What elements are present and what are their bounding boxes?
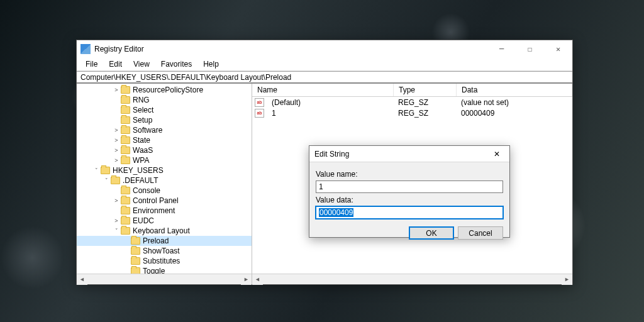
expand-placeholder: [113, 96, 120, 104]
tree-node-label: RNG: [133, 96, 150, 104]
menu-help[interactable]: Help: [198, 58, 224, 70]
cell-type: REG_SZ: [393, 109, 456, 118]
tree-node-substitutes[interactable]: Substitutes: [77, 256, 252, 266]
menu-view[interactable]: View: [128, 58, 155, 70]
chevron-right-icon[interactable]: >: [113, 86, 120, 94]
ok-button[interactable]: OK: [409, 226, 454, 240]
cancel-button[interactable]: Cancel: [458, 226, 503, 240]
tree-node-console[interactable]: Console: [77, 186, 252, 196]
list-header: Name Type Data: [252, 84, 572, 97]
list-hscrollbar[interactable]: ◄ ►: [252, 274, 572, 284]
tree-node-waas[interactable]: >WaaS: [77, 145, 252, 155]
expand-placeholder: [113, 116, 120, 124]
folder-icon: [121, 106, 130, 114]
tree-node-label: WaaS: [133, 146, 153, 155]
tree-node-control-panel[interactable]: >Control Panel: [77, 196, 252, 206]
cell-type: REG_SZ: [393, 98, 456, 107]
chevron-right-icon[interactable]: >: [113, 217, 120, 225]
scroll-left-icon[interactable]: ◄: [252, 274, 263, 285]
tree-node-hkey-users[interactable]: ˅HKEY_USERS: [77, 165, 252, 175]
cell-data: 00000409: [456, 109, 572, 118]
tree-node-wpa[interactable]: >WPA: [77, 155, 252, 165]
col-name[interactable]: Name: [252, 84, 394, 96]
tree-node-label: Control Panel: [133, 196, 179, 205]
scroll-left-icon[interactable]: ◄: [77, 274, 87, 285]
expand-placeholder: [123, 267, 130, 274]
scroll-right-icon[interactable]: ►: [241, 274, 252, 285]
titlebar[interactable]: Registry Editor ─ ☐ ✕: [77, 40, 572, 58]
minimize-button[interactable]: ─: [487, 40, 516, 58]
tree-node-environment[interactable]: Environment: [77, 206, 252, 216]
app-icon: [80, 44, 91, 54]
scroll-right-icon[interactable]: ►: [562, 274, 572, 285]
tree-node-label: .DEFAULT: [123, 176, 158, 185]
folder-icon: [121, 96, 130, 104]
tree-node-software[interactable]: >Software: [77, 125, 252, 135]
tree-node-label: Select: [133, 106, 153, 114]
tree-pane: >ResourcePolicyStoreRNGSelectSetup>Softw…: [77, 84, 252, 284]
list-row[interactable]: 1REG_SZ00000409: [252, 108, 572, 118]
edit-string-dialog: Edit String ✕ Value name: Value data: 00…: [309, 145, 510, 238]
menu-favorites[interactable]: Favorites: [156, 58, 197, 70]
expand-placeholder: [123, 247, 130, 255]
chevron-right-icon[interactable]: >: [113, 157, 120, 164]
chevron-down-icon[interactable]: ˅: [103, 177, 110, 184]
folder-icon: [121, 217, 130, 225]
folder-icon: [131, 237, 140, 245]
chevron-right-icon[interactable]: >: [113, 136, 120, 144]
chevron-down-icon[interactable]: ˅: [92, 167, 100, 174]
folder-icon: [121, 147, 130, 154]
menubar: File Edit View Favorites Help: [77, 58, 572, 71]
tree-node-showtoast[interactable]: ShowToast: [77, 246, 252, 256]
folder-icon: [121, 227, 130, 235]
menu-edit[interactable]: Edit: [104, 58, 127, 70]
dialog-close-button[interactable]: ✕: [484, 146, 509, 162]
col-data[interactable]: Data: [457, 84, 572, 96]
tree-node-label: ShowToast: [143, 247, 180, 255]
tree-node-select[interactable]: Select: [77, 105, 252, 115]
tree-node-state[interactable]: >State: [77, 135, 252, 145]
tree-node-resourcepolicystore[interactable]: >ResourcePolicyStore: [77, 85, 252, 95]
expand-placeholder: [123, 237, 130, 245]
close-button[interactable]: ✕: [544, 40, 572, 58]
dialog-titlebar[interactable]: Edit String ✕: [309, 146, 509, 162]
folder-icon: [131, 267, 140, 274]
chevron-right-icon[interactable]: >: [113, 197, 120, 204]
col-type[interactable]: Type: [394, 84, 457, 96]
folder-icon: [121, 116, 130, 124]
folder-icon: [121, 197, 130, 204]
folder-icon: [111, 177, 120, 184]
tree-node-keyboard-layout[interactable]: ˅Keyboard Layout: [77, 226, 252, 236]
tree-node-eudc[interactable]: >EUDC: [77, 216, 252, 226]
chevron-right-icon[interactable]: >: [113, 126, 120, 134]
chevron-down-icon[interactable]: ˅: [113, 227, 120, 235]
chevron-right-icon[interactable]: >: [113, 147, 120, 154]
menu-file[interactable]: File: [80, 58, 103, 70]
tree-node-label: EUDC: [133, 216, 154, 225]
tree-node-label: Environment: [133, 206, 175, 215]
value-data-input[interactable]: 00000409: [316, 206, 503, 219]
tree-node-preload[interactable]: Preload: [77, 236, 252, 246]
tree-node-rng[interactable]: RNG: [77, 95, 252, 105]
expand-placeholder: [113, 207, 120, 214]
folder-icon: [101, 167, 110, 174]
tree-hscrollbar[interactable]: ◄ ►: [77, 274, 252, 284]
value-name-input[interactable]: [316, 180, 503, 193]
expand-placeholder: [113, 106, 120, 114]
expand-placeholder: [113, 187, 120, 194]
cell-name: 1: [267, 109, 393, 118]
window-title: Registry Editor: [94, 45, 487, 53]
list-row[interactable]: (Default)REG_SZ(value not set): [252, 97, 572, 108]
maximize-button[interactable]: ☐: [516, 40, 544, 58]
tree-node-label: Substitutes: [143, 257, 180, 265]
tree-node-toggle[interactable]: Toggle: [77, 266, 252, 274]
folder-icon: [121, 86, 130, 94]
address-bar[interactable]: Computer\HKEY_USERS\.DEFAULT\Keyboard La…: [77, 71, 572, 84]
folder-icon: [121, 187, 130, 194]
tree-scroll[interactable]: >ResourcePolicyStoreRNGSelectSetup>Softw…: [77, 84, 252, 274]
tree-node-label: Keyboard Layout: [133, 226, 190, 235]
tree-node--default[interactable]: ˅.DEFAULT: [77, 175, 252, 186]
tree-node-setup[interactable]: Setup: [77, 115, 252, 125]
tree-node-label: WPA: [133, 156, 149, 165]
value-data-label: Value data:: [316, 196, 503, 204]
